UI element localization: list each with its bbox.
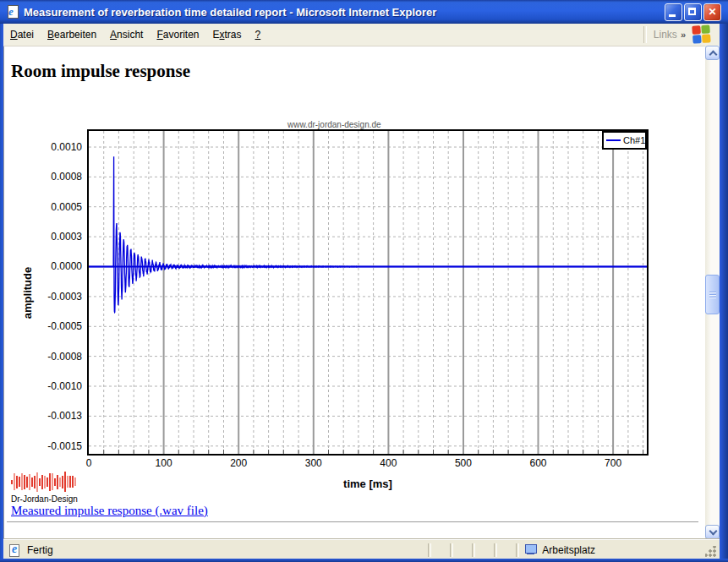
scroll-down-button[interactable]	[705, 525, 720, 539]
close-button[interactable]: ✕	[703, 3, 721, 21]
statusbar-separator	[428, 543, 431, 557]
y-tick-label: -0.0008	[0, 351, 82, 363]
toolbar-separator	[643, 26, 647, 43]
scroll-up-button[interactable]	[705, 46, 720, 60]
x-tick-label: 200	[222, 457, 255, 469]
statusbar-separator	[494, 543, 497, 557]
legend-line-sample	[606, 139, 621, 141]
minimize-button[interactable]	[665, 3, 682, 21]
chart-watermark: www.dr-jordan-design.de	[286, 120, 383, 129]
my-computer-icon	[524, 544, 538, 556]
logo-caption: Dr-Jordan-Design	[11, 494, 78, 504]
window-border-left	[0, 24, 3, 562]
y-tick-label: -0.0003	[0, 291, 82, 303]
y-tick-label: -0.0005	[0, 320, 82, 332]
x-tick-label: 0	[72, 457, 106, 469]
legend-label: Ch#1	[623, 135, 645, 145]
ie-document-icon: e	[6, 5, 19, 19]
window-border-right	[720, 24, 728, 562]
scrollbar-thumb[interactable]	[705, 275, 720, 314]
browser-window: e Measurement of reverberation time deta…	[0, 0, 728, 562]
security-zone-text: Arbeitsplatz	[542, 544, 595, 556]
menu-help[interactable]: ?	[249, 25, 268, 44]
statusbar-separator	[472, 543, 475, 557]
links-toolbar[interactable]: Links	[650, 25, 681, 44]
thumb-grip-icon	[709, 292, 716, 298]
y-tick-label: -0.0013	[0, 410, 82, 422]
resize-grip[interactable]	[705, 546, 717, 558]
close-icon: ✕	[704, 6, 720, 18]
y-tick-label: 0.0003	[0, 231, 82, 243]
y-tick-label: -0.0010	[0, 380, 82, 392]
vertical-scrollbar[interactable]	[705, 46, 720, 539]
y-tick-label: -0.0015	[0, 440, 82, 452]
statusbar-separator	[516, 543, 519, 557]
horizontal-rule	[7, 521, 698, 525]
menu-ansicht[interactable]: Ansicht	[103, 25, 150, 44]
window-border-bottom	[0, 559, 728, 562]
chevron-right-icon[interactable]: »	[681, 30, 686, 40]
statusbar-separator	[450, 543, 453, 557]
x-axis-label: time [ms]	[334, 477, 402, 490]
y-tick-label: 0.0008	[0, 171, 82, 183]
menu-favoriten[interactable]: Favoriten	[150, 25, 205, 44]
title-bar[interactable]: e Measurement of reverberation time deta…	[0, 0, 728, 24]
status-bar: e Fertig Arbeitsplatz	[3, 539, 720, 559]
maximize-button[interactable]	[684, 3, 702, 21]
y-tick-label: 0.0010	[0, 141, 82, 153]
dr-jordan-design-logo	[11, 469, 79, 494]
menu-bearbeiten[interactable]: Bearbeiten	[41, 25, 103, 44]
windows-logo-icon	[692, 25, 711, 44]
page-title: Room impulse response	[11, 61, 190, 82]
menu-bar: Datei Bearbeiten Ansicht Favoriten Extra…	[3, 24, 720, 46]
minimize-icon	[669, 14, 676, 17]
menu-extras[interactable]: Extras	[206, 25, 249, 44]
y-tick-label: 0.0000	[0, 260, 82, 272]
chevron-down-icon	[709, 527, 718, 536]
chevron-up-icon	[709, 51, 718, 59]
chart-legend: Ch#1	[602, 131, 647, 150]
maximize-icon	[688, 8, 696, 15]
x-tick-label: 700	[596, 457, 630, 469]
wav-file-link[interactable]: Measured impulse response (.wav file)	[11, 504, 208, 518]
menu-datei[interactable]: Datei	[3, 25, 41, 44]
x-tick-label: 500	[446, 457, 480, 469]
x-tick-label: 600	[522, 457, 556, 469]
status-text: Fertig	[27, 544, 53, 556]
ie-status-icon: e	[8, 543, 22, 557]
window-title: Measurement of reverberation time detail…	[24, 6, 665, 19]
x-tick-label: 300	[297, 457, 331, 469]
x-tick-label: 100	[147, 457, 181, 469]
y-tick-label: 0.0005	[0, 201, 82, 213]
x-tick-label: 400	[371, 457, 405, 469]
